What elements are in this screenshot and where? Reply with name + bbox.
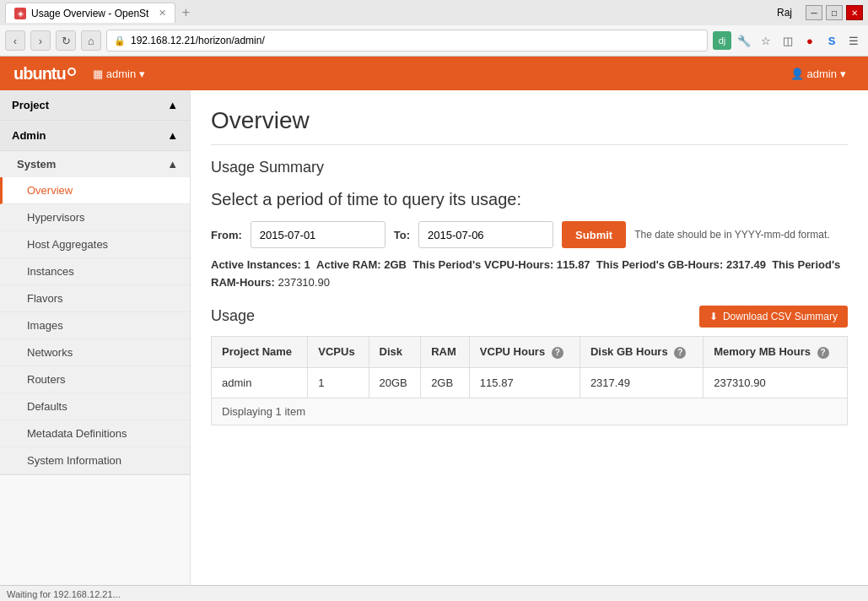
cell-disk: 20GB: [369, 367, 421, 398]
sidebar-item-instances[interactable]: Instances: [0, 258, 190, 285]
from-label: From:: [211, 229, 242, 241]
download-icon: ⬇: [709, 311, 718, 322]
table-footer: Displaying 1 item: [211, 398, 848, 425]
memory-mb-hours-info-icon[interactable]: ?: [817, 347, 829, 359]
sidebar-item-images[interactable]: Images: [0, 312, 190, 339]
sidebar-item-overview[interactable]: Overview: [0, 177, 190, 204]
col-disk: Disk: [369, 336, 421, 367]
sidebar-item-metadata-definitions-label: Metadata Definitions: [27, 427, 127, 440]
sidebar-section-project-label: Project: [12, 99, 49, 111]
minimize-button[interactable]: ─: [806, 5, 822, 20]
sidebar-section-admin[interactable]: Admin ▲: [0, 121, 190, 151]
usage-section-header: Usage ⬇ Download CSV Summary: [211, 306, 848, 328]
sidebar-item-flavors-label: Flavors: [27, 292, 63, 305]
gb-hours-label: This Period's GB-Hours: 2317.49: [596, 258, 766, 271]
maximize-button[interactable]: □: [826, 5, 843, 20]
sidebar-item-routers-label: Routers: [27, 373, 66, 386]
reload-button[interactable]: ↻: [56, 30, 76, 51]
sidebar-item-defaults[interactable]: Defaults: [0, 393, 190, 420]
forward-button[interactable]: ›: [30, 30, 51, 51]
to-date-input[interactable]: [418, 221, 553, 248]
col-vcpu-hours: VCPU Hours ?: [469, 336, 580, 367]
sidebar-item-networks[interactable]: Networks: [0, 339, 190, 366]
sidebar-item-routers[interactable]: Routers: [0, 366, 190, 393]
admin-chevron-icon: ▲: [167, 129, 178, 142]
date-hint: The date should be in YYYY-mm-dd format.: [634, 229, 829, 241]
ubuntu-logo: ubuntu: [13, 64, 76, 84]
address-bar[interactable]: 🔒 192.168.12.21/horizon/admin/: [106, 30, 708, 51]
cell-disk-gb-hours: 2317.49: [580, 367, 703, 398]
browser-tab[interactable]: ◈ Usage Overview - OpenSt ✕: [5, 3, 175, 23]
sidebar-item-host-aggregates[interactable]: Host Aggregates: [0, 231, 190, 258]
col-vcpus: VCPUs: [308, 336, 369, 367]
sidebar-item-overview-label: Overview: [27, 184, 73, 197]
s-icon[interactable]: S: [822, 31, 841, 50]
page-title: Overview: [211, 107, 848, 145]
usage-table-body: admin 1 20GB 2GB 115.87 2317.49 237310.9…: [212, 367, 848, 398]
browser-titlebar: ◈ Usage Overview - OpenSt ✕ + Raj ─ □ ✕: [0, 0, 868, 25]
col-ram: RAM: [421, 336, 470, 367]
home-button[interactable]: ⌂: [81, 30, 101, 51]
content-area: Overview Usage Summary Select a period o…: [191, 90, 868, 585]
browser-chrome: ◈ Usage Overview - OpenSt ✕ + Raj ─ □ ✕ …: [0, 0, 868, 57]
active-instances-label: Active Instances: 1: [211, 258, 310, 271]
tab-close-icon[interactable]: ✕: [159, 8, 166, 19]
grid-icon: ▦: [93, 68, 103, 80]
sidebar: Project ▲ Admin ▲ System ▲ Overview Hype…: [0, 90, 191, 585]
address-lock-icon: 🔒: [114, 35, 126, 46]
usage-table-head: Project Name VCPUs Disk RAM VCPU Hours: [212, 336, 848, 367]
download-csv-button[interactable]: ⬇ Download CSV Summary: [699, 306, 848, 328]
user-menu-label: admin: [807, 68, 837, 80]
usage-summary-title: Usage Summary: [211, 159, 848, 176]
sidebar-item-flavors[interactable]: Flavors: [0, 285, 190, 312]
query-section: Select a period of time to query its usa…: [211, 190, 848, 292]
sidebar-item-system-information-label: System Information: [27, 454, 121, 467]
sidebar-item-metadata-definitions[interactable]: Metadata Definitions: [0, 420, 190, 447]
bookmark-icon[interactable]: ◫: [779, 31, 797, 50]
from-date-input[interactable]: [251, 221, 385, 248]
close-button[interactable]: ✕: [846, 5, 863, 20]
extension-icon[interactable]: 🔧: [735, 31, 753, 50]
sidebar-section-project[interactable]: Project ▲: [0, 90, 190, 121]
toolbar-icons: dj 🔧 ☆ ◫ ● S ☰: [713, 31, 863, 50]
admin-menu-label: admin: [106, 68, 136, 80]
status-text: Waiting for 192.168.12.21...: [7, 589, 121, 599]
disk-gb-hours-info-icon[interactable]: ?: [674, 347, 686, 359]
date-form: From: To: Submit The date should be in Y…: [211, 221, 848, 248]
sidebar-item-hypervisors[interactable]: Hypervisors: [0, 204, 190, 231]
new-tab-button[interactable]: +: [175, 3, 196, 23]
menu-icon[interactable]: ☰: [844, 31, 863, 50]
table-row: admin 1 20GB 2GB 115.87 2317.49 237310.9…: [212, 367, 848, 398]
cell-vcpus: 1: [308, 367, 369, 398]
col-memory-mb-hours: Memory MB Hours ?: [704, 336, 848, 367]
cell-ram: 2GB: [421, 367, 470, 398]
system-chevron-icon: ▲: [167, 158, 178, 171]
user-menu[interactable]: 👤 admin ▾: [782, 64, 855, 84]
submit-button[interactable]: Submit: [562, 221, 626, 248]
app: ubuntu ▦ admin ▾ 👤 admin ▾ Project ▲ Adm…: [0, 57, 868, 601]
col-project-name: Project Name: [212, 336, 308, 367]
status-bar: Waiting for 192.168.12.21...: [0, 585, 868, 601]
main-content: Project ▲ Admin ▲ System ▲ Overview Hype…: [0, 90, 868, 585]
back-button[interactable]: ‹: [5, 30, 25, 51]
browser-toolbar: ‹ › ↻ ⌂ 🔒 192.168.12.21/horizon/admin/ d…: [0, 25, 868, 56]
vcpu-hours-info-icon[interactable]: ?: [552, 347, 563, 359]
admin-menu-chevron: ▾: [139, 68, 145, 80]
dj-icon[interactable]: dj: [713, 31, 731, 50]
summary-text: Active Instances: 1 Active RAM: 2GB This…: [211, 257, 848, 292]
lastpass-icon[interactable]: ●: [801, 31, 819, 50]
sidebar-item-defaults-label: Defaults: [27, 400, 67, 413]
admin-menu[interactable]: ▦ admin ▾: [84, 64, 154, 84]
cell-vcpu-hours: 115.87: [469, 367, 580, 398]
sidebar-subsection-system: System ▲ Overview Hypervisors Host Aggre…: [0, 151, 190, 475]
star-icon[interactable]: ☆: [757, 31, 775, 50]
usage-section-title: Usage: [211, 307, 255, 325]
sidebar-item-system-information[interactable]: System Information: [0, 447, 190, 474]
usage-table: Project Name VCPUs Disk RAM VCPU Hours: [211, 336, 848, 398]
address-text: 192.168.12.21/horizon/admin/: [131, 35, 265, 46]
navbar-left: ubuntu ▦ admin ▾: [13, 64, 154, 84]
sidebar-item-hypervisors-label: Hypervisors: [27, 211, 85, 224]
top-navbar: ubuntu ▦ admin ▾ 👤 admin ▾: [0, 57, 868, 90]
sidebar-subsection-system-header[interactable]: System ▲: [0, 151, 190, 177]
sidebar-item-host-aggregates-label: Host Aggregates: [27, 238, 108, 251]
